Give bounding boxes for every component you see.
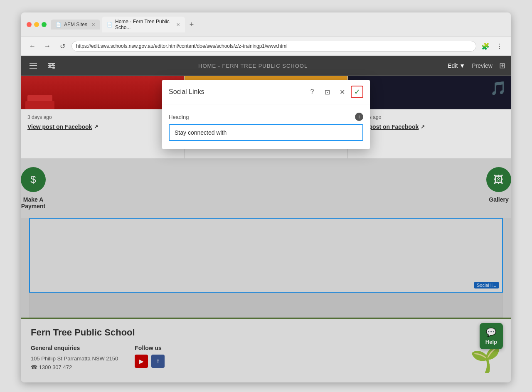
tab-home-fern-tree-label: Home - Fern Tree Public Scho... xyxy=(115,19,172,30)
extensions-button[interactable]: 🧩 xyxy=(480,40,491,52)
tab-document-icon-2: 📄 xyxy=(107,22,113,27)
info-icon[interactable]: i xyxy=(355,113,363,121)
forward-button[interactable]: → xyxy=(42,40,53,52)
browser-titlebar: 📄 AEM Sites ✕ 📄 Home - Fern Tree Public … xyxy=(21,12,511,37)
address-bar[interactable] xyxy=(71,41,476,52)
aem-more-icon[interactable]: ⊞ xyxy=(499,61,505,70)
modal-header: Social Links ? ⊡ ✕ ✓ xyxy=(162,80,370,104)
new-tab-button[interactable]: + xyxy=(187,20,197,30)
question-icon: ? xyxy=(310,88,314,96)
sidebar-toggle-icon[interactable] xyxy=(27,59,40,72)
modal-plugin-button[interactable]: ⊡ xyxy=(321,86,333,98)
aem-toolbar-right: Edit ▼ Preview ⊞ xyxy=(448,61,505,70)
modal-body: Heading i xyxy=(162,104,370,149)
aem-page-title: HOME - FERN TREE PUBLIC SCHOOL xyxy=(198,63,308,69)
traffic-lights xyxy=(27,22,47,27)
close-traffic-light[interactable] xyxy=(27,22,32,27)
tab-aem-sites[interactable]: 📄 AEM Sites ✕ xyxy=(51,20,100,30)
modal-title: Social Links xyxy=(169,88,204,96)
modal-help-button[interactable]: ? xyxy=(306,86,318,98)
checkmark-icon: ✓ xyxy=(354,87,360,96)
svg-rect-2 xyxy=(30,68,37,69)
svg-point-8 xyxy=(52,67,55,69)
svg-point-6 xyxy=(49,64,51,67)
preview-button[interactable]: Preview xyxy=(472,62,493,69)
more-options-button[interactable]: ⋮ xyxy=(494,40,505,52)
back-button[interactable]: ← xyxy=(27,40,38,52)
aem-toolbar: HOME - FERN TREE PUBLIC SCHOOL Edit ▼ Pr… xyxy=(21,56,511,76)
edit-chevron-icon: ▼ xyxy=(459,62,465,69)
page-content: 3 days ago View post on Facebook ↗ ⚙️ 6 … xyxy=(21,76,511,382)
tabs-bar: 📄 AEM Sites ✕ 📄 Home - Fern Tree Public … xyxy=(51,17,505,32)
sliders-icon[interactable] xyxy=(45,59,58,72)
edit-dropdown[interactable]: Edit ▼ xyxy=(448,62,465,69)
modal-overlay: Social Links ? ⊡ ✕ ✓ xyxy=(21,76,511,382)
modal-header-actions: ? ⊡ ✕ ✓ xyxy=(306,86,363,98)
browser-toolbar: ← → ↺ 🧩 ⋮ xyxy=(21,37,511,56)
refresh-button[interactable]: ↺ xyxy=(57,40,68,52)
tab-aem-sites-close[interactable]: ✕ xyxy=(91,22,95,27)
heading-input[interactable] xyxy=(169,124,363,141)
maximize-traffic-light[interactable] xyxy=(42,22,47,27)
toolbar-right: 🧩 ⋮ xyxy=(480,40,505,52)
heading-field-label: Heading xyxy=(169,114,189,120)
modal-confirm-button[interactable]: ✓ xyxy=(351,86,363,98)
social-links-modal: Social Links ? ⊡ ✕ ✓ xyxy=(162,80,370,149)
tab-document-icon: 📄 xyxy=(56,22,62,27)
close-icon: ✕ xyxy=(340,88,345,96)
svg-rect-1 xyxy=(30,65,37,66)
modal-close-button[interactable]: ✕ xyxy=(336,86,348,98)
aem-toolbar-left xyxy=(27,59,58,72)
tab-home-fern-tree[interactable]: 📄 Home - Fern Tree Public Scho... ✕ xyxy=(102,17,185,32)
svg-rect-0 xyxy=(30,63,37,64)
minimize-traffic-light[interactable] xyxy=(34,22,39,27)
plugin-icon: ⊡ xyxy=(325,88,330,96)
heading-field-row: Heading i xyxy=(169,113,363,121)
edit-label: Edit xyxy=(448,62,458,69)
tab-aem-sites-label: AEM Sites xyxy=(64,22,87,27)
tab-home-fern-tree-close[interactable]: ✕ xyxy=(176,22,180,27)
svg-point-4 xyxy=(52,63,54,65)
